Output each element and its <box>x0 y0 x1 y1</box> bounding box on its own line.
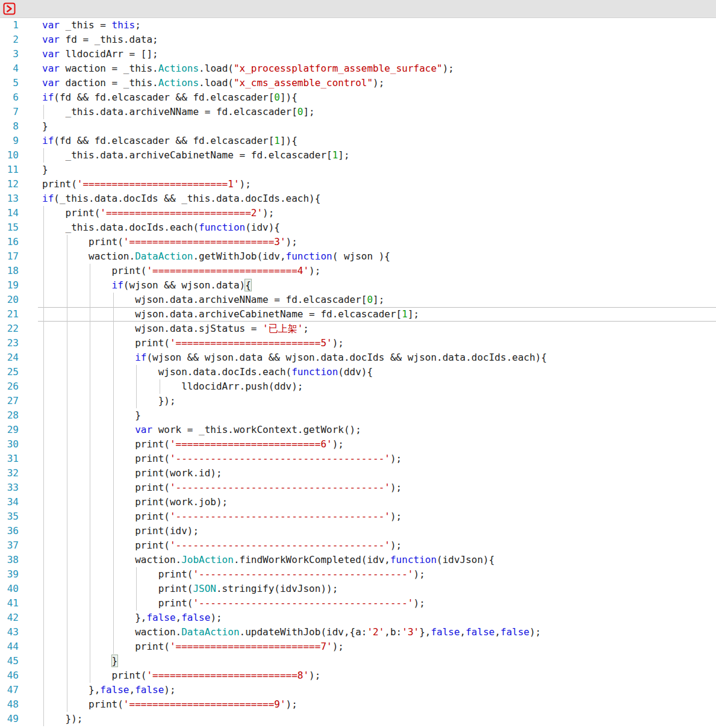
line-number: 47 <box>0 683 19 697</box>
code-line[interactable]: 33 print('------------------------------… <box>0 481 716 495</box>
code-text: } <box>42 408 141 423</box>
code-line[interactable]: 38 waction.JobAction.findWorkWorkComplet… <box>0 553 716 567</box>
code-text: print('=========================8'); <box>42 668 320 683</box>
code-text: },false,false); <box>42 611 222 625</box>
code-line[interactable]: 37 print('------------------------------… <box>0 538 716 553</box>
code-line[interactable]: 26 lldocidArr.push(ddv); <box>0 379 716 394</box>
line-number: 35 <box>0 509 19 524</box>
code-line[interactable]: 35 print('------------------------------… <box>0 509 716 524</box>
code-line[interactable]: 41 print('------------------------------… <box>0 596 716 611</box>
line-number: 4 <box>0 61 19 76</box>
code-line[interactable]: 10 _this.data.archiveCabinetName = fd.el… <box>0 148 716 163</box>
line-number: 49 <box>0 712 19 726</box>
code-text: waction.JobAction.findWorkWorkCompleted(… <box>42 553 494 567</box>
line-number: 32 <box>0 466 19 481</box>
line-number: 48 <box>0 697 19 712</box>
line-number: 14 <box>0 206 19 220</box>
code-line[interactable]: 12print('=========================1'); <box>0 177 716 191</box>
code-text: waction.DataAction.updateWithJob(idv,{a:… <box>42 625 541 639</box>
line-number: 23 <box>0 336 19 350</box>
code-line[interactable]: 15 _this.data.docIds.each(function(idv){ <box>0 220 716 235</box>
code-line[interactable]: 45 } <box>0 654 716 668</box>
code-line[interactable]: 19 if(wjson && wjson.data){ <box>0 278 716 293</box>
code-line[interactable]: 1var _this = this; <box>0 18 716 33</box>
code-line[interactable]: 17 waction.DataAction.getWithJob(idv,fun… <box>0 249 716 264</box>
code-line[interactable]: 18 print('=========================4'); <box>0 264 716 278</box>
code-line[interactable]: 21 wjson.data.archiveCabinetName = fd.el… <box>0 307 716 322</box>
line-number: 11 <box>0 163 19 177</box>
code-text: var lldocidArr = []; <box>42 47 158 61</box>
code-line[interactable]: 44 print('=========================7'); <box>0 639 716 654</box>
code-line[interactable]: 34 print(work.job); <box>0 495 716 509</box>
run-icon[interactable] <box>3 2 16 15</box>
code-text: var fd = _this.data; <box>42 33 158 47</box>
line-number: 7 <box>0 105 19 119</box>
code-line[interactable]: 47 },false,false); <box>0 683 716 697</box>
line-number: 43 <box>0 625 19 639</box>
code-text: _this.data.archiveCabinetName = fd.elcas… <box>42 148 350 163</box>
code-line[interactable]: 9if(fd && fd.elcascader && fd.elcascader… <box>0 134 716 148</box>
code-text: if(wjson && wjson.data && wjson.data.doc… <box>42 350 547 365</box>
code-line[interactable]: 13if(_this.data.docIds && _this.data.doc… <box>0 191 716 206</box>
line-number: 36 <box>0 524 19 538</box>
line-number: 10 <box>0 148 19 163</box>
line-number: 21 <box>0 307 19 322</box>
line-number: 37 <box>0 538 19 553</box>
code-text: print(work.job); <box>42 495 228 509</box>
code-line[interactable]: 20 wjson.data.archiveNName = fd.elcascad… <box>0 293 716 307</box>
line-number: 25 <box>0 365 19 379</box>
line-number: 34 <box>0 495 19 509</box>
line-number: 16 <box>0 235 19 249</box>
code-line[interactable]: 30 print('=========================6'); <box>0 437 716 452</box>
code-line[interactable]: 2var fd = _this.data; <box>0 33 716 47</box>
code-text: _this.data.archiveNName = fd.elcascader[… <box>42 105 315 119</box>
code-line[interactable]: 32 print(work.id); <box>0 466 716 481</box>
code-text: print('---------------------------------… <box>42 596 425 611</box>
code-line[interactable]: 27 }); <box>0 394 716 408</box>
code-line[interactable]: 6if(fd && fd.elcascader && fd.elcascader… <box>0 90 716 105</box>
line-number: 6 <box>0 90 19 105</box>
code-line[interactable]: 49 }); <box>0 712 716 726</box>
code-line[interactable]: 7 _this.data.archiveNName = fd.elcascade… <box>0 105 716 119</box>
code-text: waction.DataAction.getWithJob(idv,functi… <box>42 249 390 264</box>
code-line[interactable]: 25 wjson.data.docIds.each(function(ddv){ <box>0 365 716 379</box>
code-text: lldocidArr.push(ddv); <box>42 379 303 394</box>
line-number: 44 <box>0 639 19 654</box>
code-line[interactable]: 40 print(JSON.stringify(idvJson)); <box>0 582 716 596</box>
code-line[interactable]: 39 print('------------------------------… <box>0 567 716 582</box>
line-number: 13 <box>0 191 19 206</box>
code-line[interactable]: 29 var work = _this.workContext.getWork(… <box>0 423 716 437</box>
code-line[interactable]: 22 wjson.data.sjStatus = '已上架'; <box>0 322 716 336</box>
code-line[interactable]: 8} <box>0 119 716 134</box>
code-line[interactable]: 46 print('=========================8'); <box>0 668 716 683</box>
line-number: 42 <box>0 611 19 625</box>
code-line[interactable]: 31 print('------------------------------… <box>0 452 716 466</box>
line-number: 46 <box>0 668 19 683</box>
code-line[interactable]: 16 print('=========================3'); <box>0 235 716 249</box>
code-text: wjson.data.archiveNName = fd.elcascader[… <box>42 293 384 307</box>
code-line[interactable]: 48 print('=========================9'); <box>0 697 716 712</box>
line-number: 5 <box>0 76 19 90</box>
code-line[interactable]: 5var daction = _this.Actions.load("x_cms… <box>0 76 716 90</box>
code-line[interactable]: 3var lldocidArr = []; <box>0 47 716 61</box>
toolbar <box>0 0 716 18</box>
code-line[interactable]: 24 if(wjson && wjson.data && wjson.data.… <box>0 350 716 365</box>
code-line[interactable]: 14 print('=========================2'); <box>0 206 716 220</box>
code-text: if(wjson && wjson.data){ <box>42 278 251 293</box>
code-line[interactable]: 36 print(idv); <box>0 524 716 538</box>
line-number: 9 <box>0 134 19 148</box>
code-editor[interactable]: 1var _this = this;2var fd = _this.data;3… <box>0 18 716 726</box>
code-line[interactable]: 28 } <box>0 408 716 423</box>
code-text: print('=========================6'); <box>42 437 344 452</box>
code-line[interactable]: 23 print('=========================5'); <box>0 336 716 350</box>
code-text: if(fd && fd.elcascader && fd.elcascader[… <box>42 90 297 105</box>
code-line[interactable]: 42 },false,false); <box>0 611 716 625</box>
code-text: if(fd && fd.elcascader && fd.elcascader[… <box>42 134 297 148</box>
line-number: 8 <box>0 119 19 134</box>
line-number: 19 <box>0 278 19 293</box>
code-line[interactable]: 11} <box>0 163 716 177</box>
code-text: } <box>42 163 48 177</box>
code-line[interactable]: 43 waction.DataAction.updateWithJob(idv,… <box>0 625 716 639</box>
code-line[interactable]: 4var waction = _this.Actions.load("x_pro… <box>0 61 716 76</box>
code-text: wjson.data.sjStatus = '已上架'; <box>42 322 309 336</box>
